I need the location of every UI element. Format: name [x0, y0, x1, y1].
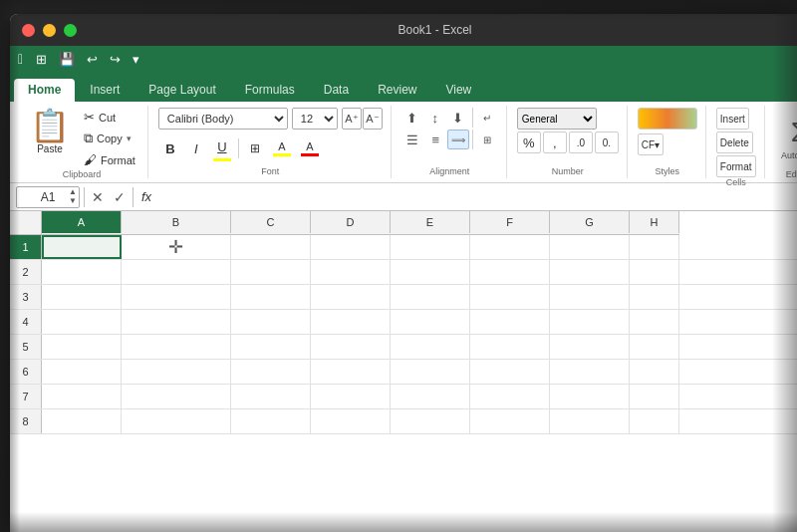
- col-header-H[interactable]: H: [630, 211, 679, 233]
- decrease-font-size-button[interactable]: A⁻: [363, 108, 383, 130]
- tab-data[interactable]: Data: [310, 79, 363, 102]
- col-header-F[interactable]: F: [470, 211, 550, 233]
- cell-E4[interactable]: [391, 310, 470, 334]
- font-size-select[interactable]: 12 891011 14161824: [292, 108, 338, 130]
- col-header-A[interactable]: A: [42, 211, 122, 233]
- cell-D7[interactable]: [311, 385, 391, 408]
- col-header-G[interactable]: G: [550, 211, 630, 233]
- cell-H1[interactable]: [630, 235, 679, 259]
- cell-A1[interactable]: [42, 235, 122, 259]
- cell-G5[interactable]: [550, 335, 630, 359]
- increase-font-size-button[interactable]: A⁺: [342, 108, 362, 130]
- tab-page-layout[interactable]: Page Layout: [134, 79, 229, 102]
- tab-insert[interactable]: Insert: [76, 79, 133, 102]
- cell-A7[interactable]: [42, 385, 122, 408]
- qat-dropdown-icon[interactable]: ▾: [130, 50, 142, 69]
- cell-F2[interactable]: [470, 260, 550, 284]
- cell-A3[interactable]: [42, 285, 122, 309]
- autosum-button[interactable]: Σ AutoSum: [775, 108, 797, 169]
- merge-cells-button[interactable]: ⊞: [476, 130, 498, 149]
- border-button[interactable]: ⊞: [243, 137, 267, 159]
- cell-B1[interactable]: ✛: [122, 235, 231, 259]
- align-middle-button[interactable]: ↕: [424, 108, 446, 128]
- cell-C2[interactable]: [231, 260, 311, 284]
- cell-B3[interactable]: [122, 285, 231, 309]
- cell-E3[interactable]: [391, 285, 470, 309]
- row-num-2[interactable]: 2: [10, 260, 42, 284]
- format-painter-button[interactable]: 🖌 Format: [80, 150, 139, 169]
- underline-button[interactable]: U: [210, 135, 234, 157]
- cell-H8[interactable]: [630, 409, 679, 433]
- align-bottom-button[interactable]: ⬇: [447, 108, 469, 128]
- cell-A2[interactable]: [42, 260, 122, 284]
- italic-button[interactable]: I: [184, 137, 208, 159]
- cell-B4[interactable]: [122, 310, 231, 334]
- cell-E1[interactable]: [391, 235, 470, 259]
- cell-G6[interactable]: [550, 360, 630, 384]
- cell-F6[interactable]: [470, 360, 550, 384]
- conditional-format-button[interactable]: CF▾: [638, 133, 664, 155]
- cell-H3[interactable]: [630, 285, 679, 309]
- cell-F3[interactable]: [470, 285, 550, 309]
- col-header-E[interactable]: E: [391, 211, 470, 233]
- cell-D1[interactable]: [311, 235, 391, 259]
- row-num-4[interactable]: 4: [10, 310, 42, 334]
- cell-A6[interactable]: [42, 360, 122, 384]
- number-format-select[interactable]: General Number Currency Accounting Date …: [517, 108, 597, 130]
- formula-input[interactable]: [159, 186, 791, 208]
- tab-home[interactable]: Home: [14, 79, 75, 102]
- fill-color-button[interactable]: A: [269, 137, 295, 159]
- format-cells-button[interactable]: Format: [716, 155, 756, 177]
- cut-button[interactable]: ✂ Cut: [80, 108, 139, 127]
- delete-cells-button[interactable]: Delete: [716, 132, 753, 153]
- font-color-button[interactable]: A: [297, 137, 323, 159]
- cell-B2[interactable]: [122, 260, 231, 284]
- confirm-formula-button[interactable]: ✓: [111, 187, 129, 207]
- row-num-7[interactable]: 7: [10, 385, 42, 408]
- cell-D8[interactable]: [311, 409, 391, 433]
- align-center-button[interactable]: ≡: [424, 130, 446, 149]
- col-header-C[interactable]: C: [231, 211, 311, 233]
- cell-D3[interactable]: [311, 285, 391, 309]
- cell-styles-preview[interactable]: [638, 108, 697, 130]
- cell-E2[interactable]: [391, 260, 470, 284]
- maximize-button[interactable]: [64, 24, 77, 37]
- cell-H7[interactable]: [630, 385, 679, 408]
- insert-cells-button[interactable]: Insert: [716, 108, 749, 130]
- cell-G4[interactable]: [550, 310, 630, 334]
- cell-G3[interactable]: [550, 285, 630, 309]
- percent-button[interactable]: %: [517, 132, 541, 153]
- cell-F5[interactable]: [470, 335, 550, 359]
- cell-C8[interactable]: [231, 409, 311, 433]
- cell-H2[interactable]: [630, 260, 679, 284]
- increase-decimal-button[interactable]: .0: [569, 132, 593, 153]
- cell-E6[interactable]: [391, 360, 470, 384]
- font-name-select[interactable]: Calibri (Body): [158, 108, 288, 130]
- minimize-button[interactable]: [43, 24, 56, 37]
- cell-C3[interactable]: [231, 285, 311, 309]
- copy-button[interactable]: ⧉ Copy ▾: [80, 129, 139, 148]
- cell-F4[interactable]: [470, 310, 550, 334]
- align-top-button[interactable]: ⬆: [401, 108, 423, 128]
- cancel-formula-button[interactable]: ✕: [89, 187, 107, 207]
- cell-D4[interactable]: [311, 310, 391, 334]
- col-header-B[interactable]: B: [122, 211, 231, 233]
- align-right-button[interactable]: ⟹: [447, 130, 469, 149]
- save-icon[interactable]: 💾: [56, 50, 78, 69]
- cell-C4[interactable]: [231, 310, 311, 334]
- row-num-6[interactable]: 6: [10, 360, 42, 384]
- close-button[interactable]: [22, 24, 35, 37]
- row-num-5[interactable]: 5: [10, 335, 42, 359]
- excel-app-icon[interactable]: ⊞: [33, 50, 50, 69]
- row-num-8[interactable]: 8: [10, 409, 42, 433]
- paste-button[interactable]: 📋 Paste: [24, 108, 76, 156]
- cell-B8[interactable]: [122, 409, 231, 433]
- cell-A8[interactable]: [42, 409, 122, 433]
- align-left-button[interactable]: ☰: [401, 130, 423, 149]
- row-num-1[interactable]: 1: [10, 235, 42, 259]
- comma-button[interactable]: ,: [543, 132, 567, 153]
- cell-F8[interactable]: [470, 409, 550, 433]
- cell-A4[interactable]: [42, 310, 122, 334]
- cell-D2[interactable]: [311, 260, 391, 284]
- cell-C6[interactable]: [231, 360, 311, 384]
